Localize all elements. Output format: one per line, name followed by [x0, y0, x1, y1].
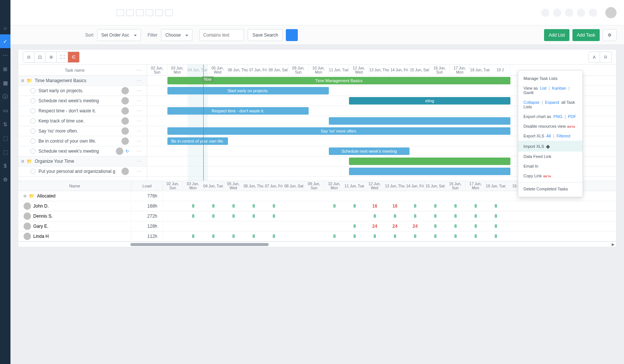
- check-circle-icon[interactable]: [30, 169, 35, 174]
- task-row[interactable]: Schedule next week's meeting⋯: [18, 96, 147, 106]
- top-icon-1[interactable]: [541, 9, 549, 17]
- menu-disable-resources[interactable]: Disable resources viewBETA: [518, 121, 583, 131]
- scroll-thumb[interactable]: [130, 243, 269, 246]
- gantt-bar[interactable]: Schedule next week's meeting: [329, 147, 410, 155]
- menu-manage-lists[interactable]: Manage Task Lists: [518, 74, 583, 83]
- task-group-row[interactable]: ⊟📁Time Management Basics⋯: [18, 76, 147, 86]
- resource-row[interactable]: Linda H112h88888888888888: [18, 231, 616, 242]
- resource-row[interactable]: Gary E.128h82424248888: [18, 221, 616, 231]
- filter-button[interactable]: [286, 29, 298, 41]
- view-icon-4[interactable]: [146, 9, 153, 16]
- resource-row[interactable]: John D.168h8888888161688888: [18, 201, 616, 211]
- row-menu-icon[interactable]: ⋯: [131, 78, 147, 83]
- gantt-bar[interactable]: [349, 158, 510, 165]
- menu-delete-completed[interactable]: Delete Completed Tasks: [518, 184, 583, 194]
- sidebar-calendar-icon[interactable]: ▦: [0, 76, 10, 90]
- view-r-button[interactable]: R: [600, 52, 611, 62]
- assignee-avatar[interactable]: [121, 137, 129, 145]
- row-menu-icon[interactable]: ⋯: [131, 139, 147, 144]
- row-menu-icon[interactable]: ⋯: [131, 159, 147, 164]
- sidebar-user-icon[interactable]: ⬚: [0, 131, 10, 145]
- assignee-avatar[interactable]: [121, 117, 129, 125]
- menu-view-kanban[interactable]: Kanban: [552, 86, 566, 90]
- top-icon-2[interactable]: [553, 9, 561, 17]
- gantt-bar[interactable]: Time Management Basics: [167, 77, 510, 84]
- sidebar-search-icon[interactable]: ⌕: [0, 21, 10, 34]
- sidebar-dollar-icon[interactable]: $: [0, 159, 10, 172]
- menu-view-list[interactable]: List: [540, 86, 546, 90]
- gantt-bar[interactable]: Start early on projects.: [167, 87, 329, 94]
- sidebar-gear-icon[interactable]: ⚙: [0, 172, 10, 186]
- row-menu-icon[interactable]: ⋯: [131, 108, 147, 113]
- sidebar-check-icon[interactable]: ✓: [0, 34, 10, 48]
- sort-dropdown[interactable]: Set Order Asc: [97, 29, 141, 41]
- zoom-in-button[interactable]: ⊕: [46, 52, 57, 62]
- check-circle-icon[interactable]: [30, 149, 35, 154]
- sidebar-equalizer-icon[interactable]: ⇅: [0, 117, 10, 131]
- add-task-button[interactable]: Add Task: [572, 29, 600, 41]
- avatar[interactable]: [605, 7, 617, 18]
- zoom-fit-button[interactable]: ⊡: [34, 52, 46, 62]
- sidebar-board-icon[interactable]: ⊞: [0, 62, 10, 76]
- gantt-bar[interactable]: [329, 117, 510, 125]
- menu-export-filtered[interactable]: Filtered: [556, 134, 570, 138]
- task-row[interactable]: Start early on projects.⋯: [18, 86, 147, 96]
- top-icon-5[interactable]: [589, 9, 597, 17]
- zoom-reset-button[interactable]: ∈: [68, 52, 79, 62]
- row-menu-icon[interactable]: ⋯: [131, 118, 147, 124]
- task-row[interactable]: Be in control of your own life.⋯: [18, 136, 147, 146]
- menu-export-pdf[interactable]: PDF: [568, 114, 576, 119]
- view-icon-6[interactable]: [165, 9, 173, 16]
- fullscreen-button[interactable]: ⛶: [57, 52, 68, 62]
- top-icon-4[interactable]: [577, 9, 585, 17]
- header-dots[interactable]: ⋯: [131, 67, 147, 73]
- task-row[interactable]: Put your personal and organizational g⋯: [18, 167, 147, 177]
- menu-export-png[interactable]: PNG: [553, 114, 562, 119]
- menu-export-all[interactable]: All: [546, 134, 551, 138]
- menu-view-gantt[interactable]: Gantt: [523, 90, 534, 95]
- gantt-bar[interactable]: Respect time - don't waste it.: [167, 107, 309, 115]
- task-row[interactable]: Keep track of time use.⋯: [18, 116, 147, 126]
- gantt-bar[interactable]: [349, 168, 510, 175]
- row-menu-icon[interactable]: ⋯: [131, 149, 147, 154]
- row-menu-icon[interactable]: ⋯: [131, 169, 147, 174]
- sidebar-info-icon[interactable]: ⓘ: [0, 90, 10, 103]
- view-icon-2[interactable]: [126, 9, 134, 16]
- task-row[interactable]: Schedule next week's meeting↻⋯: [18, 146, 147, 156]
- check-circle-icon[interactable]: [30, 98, 35, 103]
- gantt-bar[interactable]: Say 'no' more often.: [167, 127, 510, 135]
- zoom-out-button[interactable]: ⊖: [23, 52, 34, 62]
- gantt-bar[interactable]: Be in control of your own life.: [167, 137, 228, 145]
- assignee-avatar[interactable]: [121, 127, 129, 135]
- check-circle-icon[interactable]: [30, 118, 35, 124]
- assignee-avatar[interactable]: [116, 147, 123, 155]
- gantt-bar[interactable]: eting: [349, 97, 510, 105]
- sidebar-chat-icon[interactable]: ⋯: [0, 48, 10, 62]
- task-row[interactable]: Say 'no' more often.⋯: [18, 126, 147, 136]
- check-circle-icon[interactable]: [30, 108, 35, 113]
- row-menu-icon[interactable]: ⋯: [131, 128, 147, 134]
- check-circle-icon[interactable]: [30, 88, 35, 93]
- search-input[interactable]: [199, 29, 244, 41]
- top-icon-3[interactable]: [565, 9, 573, 17]
- view-icon-3[interactable]: [136, 9, 143, 16]
- row-menu-icon[interactable]: ⋯: [131, 98, 147, 103]
- menu-email-in[interactable]: Email In: [518, 161, 583, 171]
- settings-gear-button[interactable]: ⚙: [603, 29, 617, 41]
- assignee-avatar[interactable]: [121, 107, 129, 115]
- filter-dropdown[interactable]: Choose: [161, 29, 192, 41]
- save-search-button[interactable]: Save Search: [248, 29, 283, 41]
- row-menu-icon[interactable]: ⋯: [131, 88, 147, 93]
- assignee-avatar[interactable]: [121, 168, 129, 175]
- resource-row[interactable]: Dennis S.272h888888888888: [18, 211, 616, 221]
- menu-copy-link[interactable]: Copy LinkBETA: [518, 171, 583, 181]
- sidebar-folder-icon[interactable]: ▭: [0, 103, 10, 117]
- view-icon-1[interactable]: [117, 9, 124, 16]
- check-circle-icon[interactable]: [30, 139, 35, 144]
- assignee-avatar[interactable]: [121, 97, 129, 105]
- sidebar-lock-icon[interactable]: ⬚: [0, 145, 10, 159]
- add-list-button[interactable]: Add List: [544, 29, 569, 41]
- menu-import-xls[interactable]: Import XLS ✥: [518, 141, 583, 152]
- menu-data-feed[interactable]: Data Feed Link: [518, 152, 583, 161]
- view-a-button[interactable]: A: [589, 52, 600, 62]
